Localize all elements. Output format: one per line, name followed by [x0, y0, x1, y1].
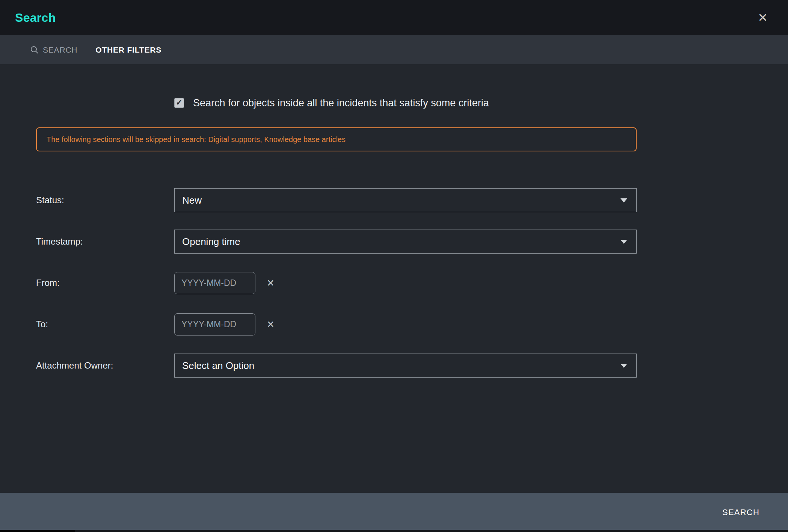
status-select-value: New — [182, 195, 202, 206]
modal-title: Search — [15, 11, 56, 25]
attachment-owner-select[interactable]: Select an Option — [174, 354, 637, 378]
attachment-owner-row: Attachment Owner: Select an Option — [36, 354, 788, 378]
to-label: To: — [36, 319, 174, 329]
to-date-row: To: ✕ — [36, 312, 788, 336]
timestamp-select-value: Opening time — [182, 236, 240, 248]
close-icon[interactable]: ✕ — [758, 12, 768, 24]
tab-other-filters[interactable]: OTHER FILTERS — [95, 45, 162, 54]
modal-body: ✓ Search for objects inside all the inci… — [0, 64, 788, 493]
warning-text: The following sections will be skipped i… — [47, 135, 346, 144]
tab-other-filters-label: OTHER FILTERS — [95, 45, 162, 54]
from-date-row: From: ✕ — [36, 271, 788, 295]
search-icon — [30, 45, 39, 54]
criteria-checkbox-row: ✓ Search for objects inside all the inci… — [174, 97, 788, 109]
chevron-down-icon — [620, 198, 627, 203]
bottom-edge — [0, 530, 788, 532]
from-date-input[interactable] — [174, 272, 255, 294]
status-select[interactable]: New — [174, 188, 637, 212]
timestamp-row: Timestamp: Opening time — [36, 230, 788, 254]
to-date-wrap: ✕ — [174, 313, 275, 336]
chevron-down-icon — [620, 364, 627, 368]
incidents-criteria-checkbox[interactable]: ✓ — [174, 98, 184, 108]
skipped-sections-warning: The following sections will be skipped i… — [36, 127, 637, 151]
status-row: Status: New — [36, 188, 788, 212]
clear-from-date-icon[interactable]: ✕ — [267, 278, 275, 288]
search-button[interactable]: SEARCH — [722, 508, 759, 517]
attachment-owner-select-value: Select an Option — [182, 360, 254, 372]
status-label: Status: — [36, 195, 174, 206]
chevron-down-icon — [620, 240, 627, 244]
timestamp-label: Timestamp: — [36, 236, 174, 247]
checkmark-icon: ✓ — [176, 98, 183, 107]
from-date-wrap: ✕ — [174, 272, 275, 294]
clear-to-date-icon[interactable]: ✕ — [267, 320, 275, 329]
filters-form: Status: New Timestamp: Opening time From… — [36, 188, 788, 378]
bottom-left-strip — [0, 530, 75, 532]
search-modal: Search ✕ SEARCH OTHER FILTERS ✓ Search f… — [0, 0, 788, 532]
tab-search-label: SEARCH — [43, 45, 77, 54]
from-label: From: — [36, 278, 174, 288]
modal-header: Search ✕ — [0, 0, 788, 35]
criteria-checkbox-label: Search for objects inside all the incide… — [193, 97, 489, 109]
attachment-owner-label: Attachment Owner: — [36, 360, 174, 371]
timestamp-select[interactable]: Opening time — [174, 230, 637, 254]
to-date-input[interactable] — [174, 313, 255, 336]
tab-bar: SEARCH OTHER FILTERS — [0, 35, 788, 64]
tab-search[interactable]: SEARCH — [30, 45, 77, 54]
modal-footer: SEARCH — [0, 493, 788, 532]
